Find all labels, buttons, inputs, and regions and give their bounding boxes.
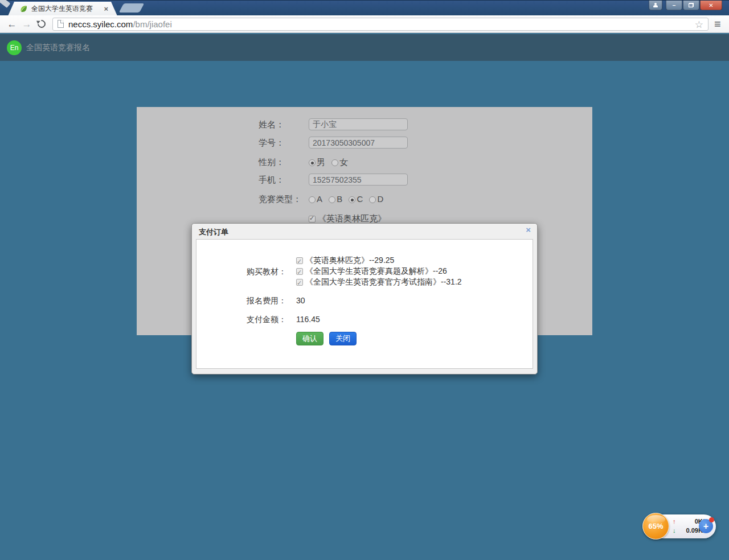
progress-percent: 65%	[648, 522, 663, 530]
payment-dialog: 支付订单 × 购买教材： 《英语奥林匹克》--29.25 《全国大学生英语竞赛真…	[191, 223, 538, 374]
tab-title: 全国大学生英语竞赛	[31, 4, 104, 14]
restore-icon	[689, 3, 694, 7]
address-bar[interactable]: neccs.syilec.com /bm/jiaofei ☆	[52, 18, 708, 31]
material-item: 《全国大学生英语竞赛真题及解析》--26	[296, 266, 462, 277]
browser-menu-icon[interactable]: ≡	[714, 18, 721, 31]
type-a-radio[interactable]	[309, 196, 316, 203]
type-b-label: B	[337, 194, 342, 204]
browser-tab[interactable]: 全国大学生英语竞赛 ×	[8, 2, 117, 16]
material-1-checkbox[interactable]	[296, 257, 303, 264]
profile-button[interactable]	[649, 1, 662, 10]
window-close-button[interactable]: ✕	[700, 1, 722, 10]
book-olympic-label: 《英语奥林匹克》	[318, 213, 386, 223]
material-2-checkbox[interactable]	[296, 268, 303, 275]
book-olympic-checkbox[interactable]	[309, 216, 316, 223]
material-1-label: 《英语奥林匹克》--29.25	[305, 256, 394, 265]
person-icon	[653, 3, 658, 8]
total-value: 116.45	[296, 315, 320, 324]
window-frame-corner	[0, 0, 10, 8]
reload-button[interactable]	[38, 20, 46, 28]
site-logo: En	[7, 40, 22, 55]
tab-strip: 全国大学生英语竞赛 × – ✕	[0, 0, 729, 15]
name-input[interactable]	[309, 118, 408, 130]
material-item: 《英语奥林匹克》--29.25	[296, 255, 462, 266]
competition-type-label: 竞赛类型：	[259, 194, 301, 205]
progress-ball[interactable]: 65%	[642, 513, 669, 540]
leaf-favicon-icon	[19, 5, 28, 13]
type-c-label: C	[357, 194, 363, 204]
gender-male-label: 男	[317, 157, 325, 167]
confirm-button[interactable]: 确认	[296, 332, 323, 345]
type-b-radio[interactable]	[329, 196, 335, 203]
back-button[interactable]: ←	[5, 19, 19, 29]
widget-add-button[interactable]: +	[699, 519, 713, 533]
forward-button[interactable]: →	[19, 19, 34, 29]
type-d-radio[interactable]	[369, 196, 376, 203]
student-id-label: 学号：	[259, 138, 284, 149]
gender-female-label: 女	[339, 157, 348, 167]
site-header: En 全国英语竞赛报名	[0, 34, 729, 61]
type-c-radio[interactable]	[349, 196, 355, 203]
materials-label: 购买教材：	[247, 267, 286, 277]
maximize-button[interactable]	[683, 1, 699, 10]
materials-list: 《英语奥林匹克》--29.25 《全国大学生英语竞赛真题及解析》--26 《全国…	[296, 255, 462, 287]
download-arrow-icon: ↓	[673, 526, 676, 535]
browser-toolbar: ← → neccs.syilec.com /bm/jiaofei ☆ ≡	[0, 15, 729, 33]
gender-label: 性别：	[259, 157, 284, 168]
fee-value: 30	[296, 296, 305, 305]
plus-icon: +	[703, 521, 708, 532]
gender-female-radio[interactable]	[331, 159, 338, 166]
notification-dot	[709, 517, 714, 522]
type-a-label: A	[317, 194, 322, 204]
phone-label: 手机：	[259, 175, 284, 186]
tab-close-icon[interactable]: ×	[104, 5, 108, 13]
name-label: 姓名：	[259, 120, 284, 130]
dialog-close-icon[interactable]: ×	[526, 225, 531, 234]
phone-input[interactable]	[309, 174, 408, 186]
bookmark-star-icon[interactable]: ☆	[695, 19, 703, 31]
page-icon	[58, 20, 64, 28]
type-d-label: D	[377, 194, 383, 204]
dialog-title: 支付订单	[199, 227, 228, 237]
student-id-input[interactable]	[309, 137, 408, 149]
total-label: 支付金额：	[247, 315, 286, 325]
new-tab-button[interactable]	[119, 3, 145, 13]
site-title: 全国英语竞赛报名	[26, 43, 90, 53]
material-3-checkbox[interactable]	[296, 279, 303, 286]
material-3-label: 《全国大学生英语竞赛官方考试指南》--31.2	[305, 277, 462, 286]
material-2-label: 《全国大学生英语竞赛真题及解析》--26	[305, 266, 447, 275]
speed-widget[interactable]: ↑0K/s ↓0.09K/s + 65%	[642, 513, 716, 540]
upload-arrow-icon: ↑	[673, 517, 676, 526]
close-button[interactable]: 关闭	[329, 332, 357, 345]
url-domain: neccs.syilec.com	[68, 19, 133, 29]
gender-male-radio[interactable]	[309, 159, 316, 166]
material-item: 《全国大学生英语竞赛官方考试指南》--31.2	[296, 277, 462, 287]
minimize-button[interactable]: –	[666, 1, 682, 10]
url-path: /bm/jiaofei	[133, 19, 171, 29]
fee-label: 报名费用：	[247, 296, 286, 306]
